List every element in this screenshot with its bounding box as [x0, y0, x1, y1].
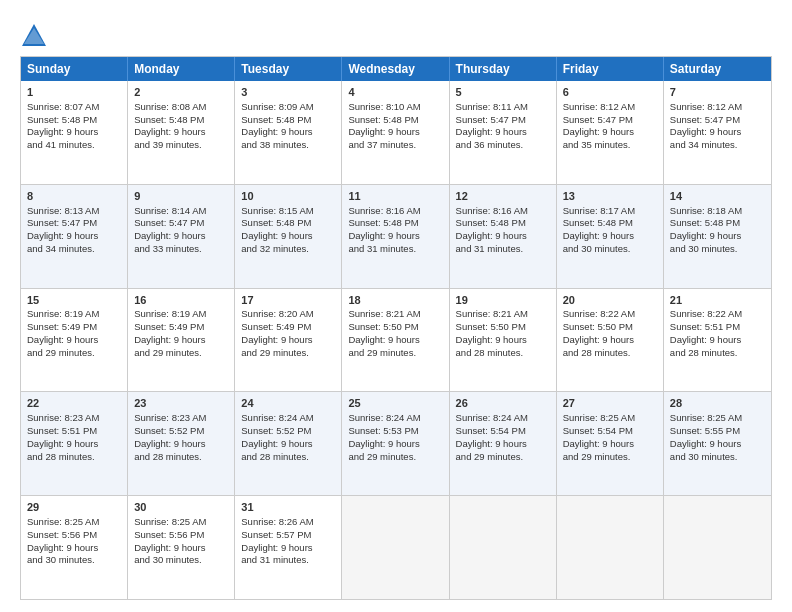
day-number: 21 [670, 293, 765, 308]
day-info: Sunrise: 8:24 AM Sunset: 5:53 PM Dayligh… [348, 412, 420, 461]
svg-marker-1 [24, 28, 44, 44]
day-info: Sunrise: 8:25 AM Sunset: 5:55 PM Dayligh… [670, 412, 742, 461]
day-number: 3 [241, 85, 335, 100]
calendar-cell: 26Sunrise: 8:24 AM Sunset: 5:54 PM Dayli… [450, 392, 557, 495]
calendar-cell: 6Sunrise: 8:12 AM Sunset: 5:47 PM Daylig… [557, 81, 664, 184]
day-number: 15 [27, 293, 121, 308]
day-info: Sunrise: 8:12 AM Sunset: 5:47 PM Dayligh… [563, 101, 635, 150]
day-number: 6 [563, 85, 657, 100]
day-info: Sunrise: 8:17 AM Sunset: 5:48 PM Dayligh… [563, 205, 635, 254]
calendar-cell: 10Sunrise: 8:15 AM Sunset: 5:48 PM Dayli… [235, 185, 342, 288]
calendar-cell: 13Sunrise: 8:17 AM Sunset: 5:48 PM Dayli… [557, 185, 664, 288]
day-info: Sunrise: 8:19 AM Sunset: 5:49 PM Dayligh… [27, 308, 99, 357]
logo-icon [20, 22, 48, 50]
day-number: 12 [456, 189, 550, 204]
calendar-cell: 4Sunrise: 8:10 AM Sunset: 5:48 PM Daylig… [342, 81, 449, 184]
calendar-cell: 22Sunrise: 8:23 AM Sunset: 5:51 PM Dayli… [21, 392, 128, 495]
calendar-cell-empty [450, 496, 557, 599]
day-info: Sunrise: 8:19 AM Sunset: 5:49 PM Dayligh… [134, 308, 206, 357]
day-info: Sunrise: 8:16 AM Sunset: 5:48 PM Dayligh… [456, 205, 528, 254]
calendar-cell: 18Sunrise: 8:21 AM Sunset: 5:50 PM Dayli… [342, 289, 449, 392]
day-number: 17 [241, 293, 335, 308]
calendar-cell: 31Sunrise: 8:26 AM Sunset: 5:57 PM Dayli… [235, 496, 342, 599]
day-info: Sunrise: 8:25 AM Sunset: 5:56 PM Dayligh… [27, 516, 99, 565]
day-info: Sunrise: 8:14 AM Sunset: 5:47 PM Dayligh… [134, 205, 206, 254]
day-info: Sunrise: 8:08 AM Sunset: 5:48 PM Dayligh… [134, 101, 206, 150]
day-number: 23 [134, 396, 228, 411]
calendar-cell: 12Sunrise: 8:16 AM Sunset: 5:48 PM Dayli… [450, 185, 557, 288]
calendar-cell: 23Sunrise: 8:23 AM Sunset: 5:52 PM Dayli… [128, 392, 235, 495]
day-info: Sunrise: 8:21 AM Sunset: 5:50 PM Dayligh… [456, 308, 528, 357]
day-number: 7 [670, 85, 765, 100]
calendar-cell: 19Sunrise: 8:21 AM Sunset: 5:50 PM Dayli… [450, 289, 557, 392]
calendar-header-cell: Friday [557, 57, 664, 81]
calendar-cell: 30Sunrise: 8:25 AM Sunset: 5:56 PM Dayli… [128, 496, 235, 599]
calendar-cell: 1Sunrise: 8:07 AM Sunset: 5:48 PM Daylig… [21, 81, 128, 184]
day-info: Sunrise: 8:25 AM Sunset: 5:56 PM Dayligh… [134, 516, 206, 565]
day-info: Sunrise: 8:23 AM Sunset: 5:51 PM Dayligh… [27, 412, 99, 461]
calendar-cell-empty [664, 496, 771, 599]
calendar-body: 1Sunrise: 8:07 AM Sunset: 5:48 PM Daylig… [21, 81, 771, 599]
day-number: 11 [348, 189, 442, 204]
calendar-row: 15Sunrise: 8:19 AM Sunset: 5:49 PM Dayli… [21, 288, 771, 392]
day-number: 4 [348, 85, 442, 100]
calendar-row: 22Sunrise: 8:23 AM Sunset: 5:51 PM Dayli… [21, 391, 771, 495]
calendar-cell: 21Sunrise: 8:22 AM Sunset: 5:51 PM Dayli… [664, 289, 771, 392]
calendar-header-cell: Tuesday [235, 57, 342, 81]
day-info: Sunrise: 8:15 AM Sunset: 5:48 PM Dayligh… [241, 205, 313, 254]
day-number: 19 [456, 293, 550, 308]
calendar-cell: 2Sunrise: 8:08 AM Sunset: 5:48 PM Daylig… [128, 81, 235, 184]
calendar-header: SundayMondayTuesdayWednesdayThursdayFrid… [21, 57, 771, 81]
calendar-cell: 15Sunrise: 8:19 AM Sunset: 5:49 PM Dayli… [21, 289, 128, 392]
day-info: Sunrise: 8:22 AM Sunset: 5:50 PM Dayligh… [563, 308, 635, 357]
day-number: 9 [134, 189, 228, 204]
calendar-header-cell: Thursday [450, 57, 557, 81]
day-info: Sunrise: 8:18 AM Sunset: 5:48 PM Dayligh… [670, 205, 742, 254]
calendar-cell: 11Sunrise: 8:16 AM Sunset: 5:48 PM Dayli… [342, 185, 449, 288]
day-number: 24 [241, 396, 335, 411]
day-number: 18 [348, 293, 442, 308]
calendar-cell: 20Sunrise: 8:22 AM Sunset: 5:50 PM Dayli… [557, 289, 664, 392]
day-number: 31 [241, 500, 335, 515]
calendar-cell: 9Sunrise: 8:14 AM Sunset: 5:47 PM Daylig… [128, 185, 235, 288]
logo [20, 22, 52, 50]
day-number: 25 [348, 396, 442, 411]
day-info: Sunrise: 8:10 AM Sunset: 5:48 PM Dayligh… [348, 101, 420, 150]
day-info: Sunrise: 8:26 AM Sunset: 5:57 PM Dayligh… [241, 516, 313, 565]
calendar-header-cell: Sunday [21, 57, 128, 81]
calendar-cell-empty [557, 496, 664, 599]
calendar-cell: 14Sunrise: 8:18 AM Sunset: 5:48 PM Dayli… [664, 185, 771, 288]
day-info: Sunrise: 8:21 AM Sunset: 5:50 PM Dayligh… [348, 308, 420, 357]
day-number: 10 [241, 189, 335, 204]
day-number: 20 [563, 293, 657, 308]
day-info: Sunrise: 8:12 AM Sunset: 5:47 PM Dayligh… [670, 101, 742, 150]
day-number: 30 [134, 500, 228, 515]
calendar-cell: 3Sunrise: 8:09 AM Sunset: 5:48 PM Daylig… [235, 81, 342, 184]
day-info: Sunrise: 8:23 AM Sunset: 5:52 PM Dayligh… [134, 412, 206, 461]
calendar-cell: 8Sunrise: 8:13 AM Sunset: 5:47 PM Daylig… [21, 185, 128, 288]
day-number: 1 [27, 85, 121, 100]
day-number: 14 [670, 189, 765, 204]
day-info: Sunrise: 8:11 AM Sunset: 5:47 PM Dayligh… [456, 101, 528, 150]
calendar-cell: 17Sunrise: 8:20 AM Sunset: 5:49 PM Dayli… [235, 289, 342, 392]
day-info: Sunrise: 8:24 AM Sunset: 5:54 PM Dayligh… [456, 412, 528, 461]
calendar-cell: 27Sunrise: 8:25 AM Sunset: 5:54 PM Dayli… [557, 392, 664, 495]
calendar-cell: 28Sunrise: 8:25 AM Sunset: 5:55 PM Dayli… [664, 392, 771, 495]
calendar-cell: 5Sunrise: 8:11 AM Sunset: 5:47 PM Daylig… [450, 81, 557, 184]
day-number: 5 [456, 85, 550, 100]
day-number: 16 [134, 293, 228, 308]
day-number: 29 [27, 500, 121, 515]
header [20, 18, 772, 50]
day-number: 2 [134, 85, 228, 100]
day-info: Sunrise: 8:25 AM Sunset: 5:54 PM Dayligh… [563, 412, 635, 461]
day-number: 27 [563, 396, 657, 411]
day-number: 22 [27, 396, 121, 411]
day-info: Sunrise: 8:07 AM Sunset: 5:48 PM Dayligh… [27, 101, 99, 150]
calendar-cell: 24Sunrise: 8:24 AM Sunset: 5:52 PM Dayli… [235, 392, 342, 495]
calendar-cell-empty [342, 496, 449, 599]
day-number: 28 [670, 396, 765, 411]
calendar-row: 8Sunrise: 8:13 AM Sunset: 5:47 PM Daylig… [21, 184, 771, 288]
calendar-header-cell: Saturday [664, 57, 771, 81]
page: SundayMondayTuesdayWednesdayThursdayFrid… [0, 0, 792, 612]
calendar-row: 1Sunrise: 8:07 AM Sunset: 5:48 PM Daylig… [21, 81, 771, 184]
